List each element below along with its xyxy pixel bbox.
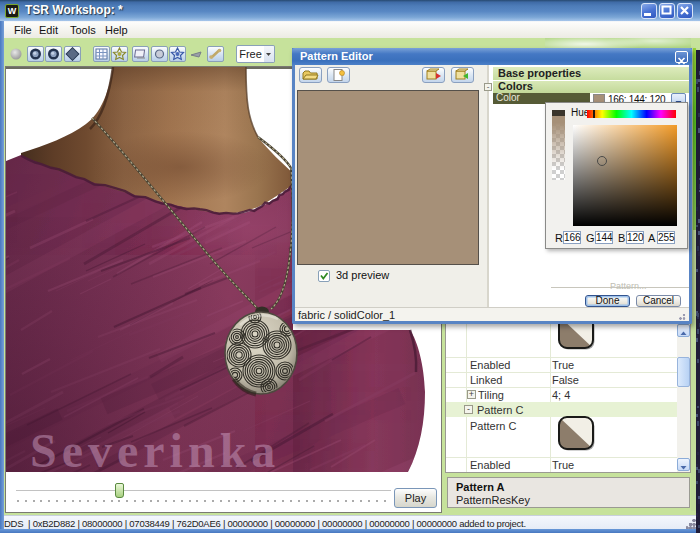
svg-text:Severinka: Severinka <box>30 424 280 472</box>
